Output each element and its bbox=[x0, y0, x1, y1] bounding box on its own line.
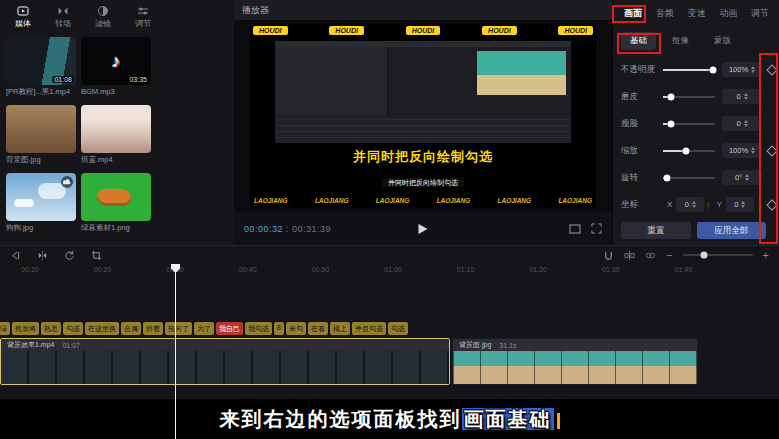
timeline-zoom-slider[interactable] bbox=[683, 254, 753, 256]
tiger-figure bbox=[97, 189, 131, 206]
text-segment[interactable]: 并且勾选 bbox=[352, 322, 386, 335]
apply-all-button[interactable]: 应用全部 bbox=[697, 222, 767, 239]
media-item-greenscreen[interactable]: 绿幕素材1.png bbox=[81, 173, 151, 233]
slim-face-value-box[interactable]: 0 bbox=[722, 116, 762, 131]
snap-icon[interactable] bbox=[624, 250, 635, 261]
opacity-value-box[interactable]: 100% bbox=[722, 62, 762, 77]
stepper-arrows[interactable] bbox=[741, 201, 745, 209]
position-y-box[interactable]: 0 bbox=[726, 197, 754, 212]
text-segment[interactable]: 米勾 bbox=[286, 322, 306, 335]
subtab-basic[interactable]: 基础 bbox=[621, 32, 656, 50]
smooth-skin-slider[interactable] bbox=[663, 96, 715, 98]
scale-value-box[interactable]: 100% bbox=[722, 143, 762, 158]
text-segment[interactable]: 在这里换 bbox=[85, 322, 119, 335]
text-segment[interactable]: 勾选 bbox=[388, 322, 408, 335]
timeline-ruler[interactable]: 00:1000:2000:3000:4000:5001:0001:1001:20… bbox=[0, 264, 779, 278]
toolbar-item-media[interactable]: 媒体 bbox=[4, 3, 42, 31]
slim-face-slider[interactable] bbox=[663, 123, 715, 125]
zoom-in-button[interactable]: + bbox=[763, 250, 769, 260]
houdi-watermark: HOUDI bbox=[253, 26, 288, 35]
text-segment[interactable]: 我勾选 bbox=[245, 322, 272, 335]
subtab-mask[interactable]: 蒙版 bbox=[705, 32, 740, 50]
link-icon[interactable] bbox=[645, 250, 656, 261]
media-item-qilan[interactable]: 琪蓝.mp4 bbox=[81, 105, 151, 165]
stepper-arrows[interactable] bbox=[751, 147, 755, 155]
keyframe-icon[interactable] bbox=[766, 64, 777, 75]
houdi-watermark: HOUDI bbox=[329, 26, 364, 35]
playhead[interactable] bbox=[175, 264, 176, 439]
position-x-box[interactable]: 0 bbox=[676, 197, 704, 212]
stepper-arrows[interactable] bbox=[751, 66, 755, 74]
text-segment[interactable]: 绿 bbox=[0, 322, 10, 335]
text-segment[interactable]: 模上 bbox=[330, 322, 350, 335]
fullscreen-icon[interactable] bbox=[591, 223, 602, 234]
laojiang-watermark: LAOJIANG bbox=[315, 197, 349, 204]
text-segment[interactable]: 合属 bbox=[121, 322, 141, 335]
slider-knob[interactable] bbox=[709, 66, 716, 73]
text-segment[interactable]: 在看 bbox=[308, 322, 328, 335]
toolbar-item-transitions[interactable]: 转场 bbox=[44, 3, 82, 31]
toolbar-label: 媒体 bbox=[15, 18, 31, 29]
media-item-dog[interactable]: 狗狗.jpg bbox=[6, 173, 76, 233]
keyframe-icon[interactable] bbox=[766, 199, 777, 210]
opacity-slider[interactable] bbox=[663, 69, 715, 71]
clip-filmstrip bbox=[1, 351, 449, 385]
text-segment[interactable]: 拼着 bbox=[143, 322, 163, 335]
slider-knob[interactable] bbox=[667, 120, 674, 127]
rotate-icon[interactable] bbox=[64, 250, 75, 261]
text-segment[interactable]: 勾选 bbox=[63, 322, 83, 335]
text-segment[interactable]: 然后将 bbox=[12, 322, 39, 335]
slider-knob[interactable] bbox=[683, 147, 690, 154]
zoom-out-button[interactable]: − bbox=[666, 250, 672, 260]
properties-panel: 画面 音频 变速 动画 调节 基础 抠像 蒙版 不透明度 100% 磨皮 0 bbox=[612, 0, 779, 245]
play-icon bbox=[419, 224, 428, 234]
ruler-label: 01:20 bbox=[529, 266, 547, 273]
rotation-value-box[interactable]: 0° bbox=[722, 170, 762, 185]
tab-adjust[interactable]: 调节 bbox=[744, 7, 776, 20]
slider-knob[interactable] bbox=[664, 174, 671, 181]
rotation-slider[interactable] bbox=[663, 177, 715, 179]
crop-icon[interactable] bbox=[91, 250, 102, 261]
reset-button[interactable]: 重置 bbox=[621, 222, 691, 239]
tab-picture[interactable]: 画面 bbox=[617, 7, 649, 20]
stepper-arrows[interactable] bbox=[692, 201, 696, 209]
ratio-icon[interactable] bbox=[569, 224, 581, 234]
prop-label: 坐标 bbox=[621, 199, 663, 211]
subtab-cutout[interactable]: 抠像 bbox=[663, 32, 698, 50]
slider-knob[interactable] bbox=[667, 93, 674, 100]
toolbar-item-adjust[interactable]: 调节 bbox=[124, 3, 162, 31]
cloud-download-icon bbox=[61, 176, 73, 188]
reverse-icon[interactable] bbox=[10, 250, 21, 261]
tab-speed[interactable]: 变速 bbox=[681, 7, 713, 20]
stepper-arrows[interactable] bbox=[744, 93, 748, 101]
media-panel: 媒体 转场 滤镜 调节 01:08 [PR教程]...黑1.mp4 bbox=[0, 0, 235, 245]
smooth-skin-value-box[interactable]: 0 bbox=[722, 89, 762, 104]
toolbar-label: 转场 bbox=[55, 18, 71, 29]
stepper-arrows[interactable] bbox=[745, 174, 749, 182]
text-segment[interactable]: 为了 bbox=[194, 322, 214, 335]
media-item-background[interactable]: 背景图.jpg bbox=[6, 105, 76, 165]
magnet-icon[interactable] bbox=[603, 250, 614, 261]
toolbar-item-filters[interactable]: 滤镜 bbox=[84, 3, 122, 31]
play-button[interactable] bbox=[419, 224, 428, 234]
media-thumbnail bbox=[6, 173, 76, 221]
zoom-knob[interactable] bbox=[700, 252, 707, 259]
text-segment[interactable]: 拖向了 bbox=[165, 322, 192, 335]
stepper-arrows[interactable] bbox=[744, 120, 748, 128]
text-segment[interactable]: 我自己 bbox=[216, 322, 243, 335]
keyframe-icon[interactable] bbox=[766, 145, 777, 156]
toolbar-label: 调节 bbox=[135, 18, 151, 29]
media-item-pr-tutorial[interactable]: 01:08 [PR教程]...黑1.mp4 bbox=[6, 37, 76, 97]
clip-background-effect[interactable]: 背景效果1.mp4 01:07 bbox=[0, 338, 450, 385]
tab-audio[interactable]: 音频 bbox=[649, 7, 681, 20]
scale-slider[interactable] bbox=[663, 150, 715, 152]
media-item-bgm[interactable]: ♪ 03:35 BGM.mp3 bbox=[81, 37, 151, 97]
prop-row-slim-face: 瘦脸 0 bbox=[613, 110, 779, 137]
tab-animation[interactable]: 动画 bbox=[712, 7, 744, 20]
clip-background-image[interactable]: 背景图.jpg 31.1s bbox=[452, 338, 698, 385]
mirror-icon[interactable] bbox=[37, 250, 48, 261]
clip-header: 背景图.jpg 31.1s bbox=[453, 339, 697, 351]
x-axis-label: X bbox=[667, 200, 672, 209]
text-segment[interactable]: 熟悉 bbox=[41, 322, 61, 335]
text-segment[interactable]: 8 bbox=[274, 322, 284, 335]
